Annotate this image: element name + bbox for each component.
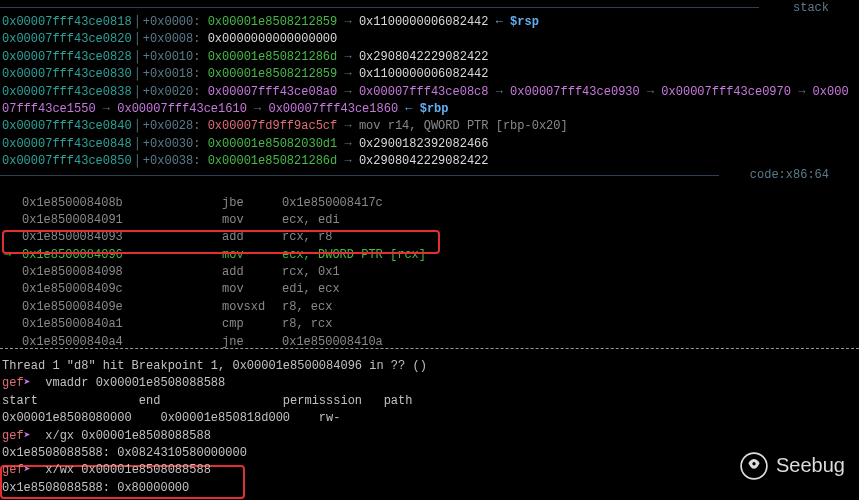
pc-arrow-icon: → [4,247,11,264]
stack-val: 0x00007fd9ff9ac5cf [208,119,338,133]
instr-mnemonic: mov [222,247,282,264]
instr-operands: r8, rcx [282,317,332,331]
gdb-console[interactable]: Thread 1 "d8" hit Breakpoint 1, 0x00001e… [2,358,857,497]
instr-operands: rcx, 0x1 [282,265,340,279]
gef-cmd[interactable]: gef➤ vmaddr 0x00001e8508088588 [2,375,857,392]
disasm-row: →0x1e8500084096movecx, DWORD PTR [rcx] [22,247,859,264]
instr-addr: 0x1e8500084096 [22,247,222,264]
svg-point-1 [752,462,755,465]
disasm-row: 0x1e8500084091movecx, edi [22,212,859,229]
stack-addr: 0x00007fff43ce0820 [2,32,132,46]
stack-val: 0x1100000006082442 [359,67,489,81]
instr-operands: 0x1e850008410a [282,335,383,349]
code-panel-label: code:x86:64 [750,167,829,184]
stack-offset: +0x0018: [143,67,208,81]
console-rule [0,348,859,349]
vmmap-row: 0x00001e8508080000 0x00001e850818d000 rw… [2,410,857,427]
stack-addr: 0x00007fff43ce0840 [2,119,132,133]
disasm-row: 0x1e850008408bjbe0x1e850008417c [22,195,859,212]
stack-offset: +0x0038: [143,154,208,168]
stack-addr: 0x00007fff43ce0848 [2,137,132,151]
stack-val: 0x00007fff43ce0930 [510,85,640,99]
stack-val: 0x2908042229082422 [359,154,489,168]
instr-addr: 0x1e8500084093 [22,229,222,246]
stack-row: 0x00007fff43ce0830│+0x0018: 0x00001e8508… [2,66,859,83]
gef-cmd[interactable]: gef➤ x/gx 0x00001e8508088588 [2,428,857,445]
seebug-logo: Seebug [740,451,845,480]
breakpoint-line: Thread 1 "d8" hit Breakpoint 1, 0x00001e… [2,358,857,375]
instr-operands: ecx, edi [282,213,340,227]
gef-cmd[interactable]: gef➤ x/wx 0x00001e8508088588 [2,462,857,479]
stack-row: 0x00007fff43ce0828│+0x0010: 0x00001e8508… [2,49,859,66]
disasm-row: 0x1e850008409cmovedi, ecx [22,281,859,298]
stack-val: 0x1100000006082442 [359,15,489,29]
instr-addr: 0x1e850008408b [22,195,222,212]
stack-val: 0x2900182392082466 [359,137,489,151]
stack-offset: +0x0000: [143,15,208,29]
instr-mnemonic: add [222,264,282,281]
stack-val: mov r14, QWORD PTR [rbp-0x20] [359,119,568,133]
instr-addr: 0x1e85000840a1 [22,316,222,333]
stack-addr: 0x00007fff43ce0850 [2,154,132,168]
seebug-text: Seebug [776,451,845,480]
instr-addr: 0x1e8500084091 [22,212,222,229]
stack-register-marker: ← $rsp [496,15,539,29]
stack-row: 0x00007fff43ce0850│+0x0038: 0x00001e8508… [2,153,859,170]
stack-row: 0x00007fff43ce0818│+0x0000: 0x00001e8508… [2,14,859,31]
examine-output: 0x1e8508088588: 0x80000000 [2,480,857,497]
instr-addr: 0x1e850008409c [22,281,222,298]
stack-register-marker: ← $rbp [405,102,448,116]
instr-mnemonic: jbe [222,195,282,212]
stack-offset: +0x0020: [143,85,208,99]
stack-val: 07fff43ce1550 [2,102,96,116]
stack-val: 0x00001e8508212859 [208,15,338,29]
instr-operands: r8, ecx [282,300,332,314]
instr-operands: edi, ecx [282,282,340,296]
stack-addr: 0x00007fff43ce0818 [2,15,132,29]
stack-val: 0x000 [813,85,849,99]
stack-addr: 0x00007fff43ce0838 [2,85,132,99]
stack-panel-label: stack [793,0,829,17]
disasm-row: 0x1e85000840a1cmpr8, rcx [22,316,859,333]
stack-val: 0x2908042229082422 [359,50,489,64]
stack-offset: +0x0010: [143,50,208,64]
instr-operands: ecx, DWORD PTR [rcx] [282,248,426,262]
stack-offset: +0x0028: [143,119,208,133]
instr-operands: rcx, r8 [282,230,332,244]
stack-addr: 0x00007fff43ce0830 [2,67,132,81]
stack-val: 0x00007fff43ce1860 [268,102,398,116]
disasm-row: 0x1e8500084098addrcx, 0x1 [22,264,859,281]
instr-mnemonic: mov [222,281,282,298]
examine-output: 0x1e8508088588: 0x0824310580000000 [2,445,857,462]
disasm-row: 0x1e8500084093addrcx, r8 [22,229,859,246]
stack-val: 0x00007fff43ce08a0 [208,85,338,99]
stack-val: 0x00001e850821286d [208,50,338,64]
stack-row: 0x00007fff43ce0838│+0x0020: 0x00007fff43… [2,84,859,101]
disassembly: 0x1e850008408bjbe0x1e850008417c0x1e85000… [0,195,859,352]
instr-addr: 0x1e850008409e [22,299,222,316]
stack-val: 0x00007fff43ce0970 [661,85,791,99]
code-rule [0,175,719,176]
vmmap-header: start end permisssion path [2,393,857,410]
instr-mnemonic: movsxd [222,299,282,316]
seebug-icon [740,452,768,480]
stack-addr: 0x00007fff43ce0828 [2,50,132,64]
stack-row: 0x00007fff43ce0820│+0x0008: 0x0000000000… [2,31,859,48]
stack-val: 0x00001e85082030d1 [208,137,338,151]
stack-val: 0x00007fff43ce08c8 [359,85,489,99]
stack-val: 0x00007fff43ce1610 [117,102,247,116]
stack-offset: +0x0008: [143,32,208,46]
instr-mnemonic: mov [222,212,282,229]
stack-val: 0x0000000000000000 [208,32,338,46]
stack-rule [0,7,759,8]
stack-val: 0x00001e8508212859 [208,67,338,81]
stack-val: 0x00001e850821286d [208,154,338,168]
instr-mnemonic: cmp [222,316,282,333]
stack-row: 0x00007fff43ce0848│+0x0030: 0x00001e8508… [2,136,859,153]
instr-mnemonic: add [222,229,282,246]
stack-dump: 0x00007fff43ce0818│+0x0000: 0x00001e8508… [0,0,859,171]
stack-row: 0x00007fff43ce0840│+0x0028: 0x00007fd9ff… [2,118,859,135]
stack-row: 07fff43ce1550 → 0x00007fff43ce1610 → 0x0… [2,101,859,118]
stack-offset: +0x0030: [143,137,208,151]
instr-operands: 0x1e850008417c [282,196,383,210]
